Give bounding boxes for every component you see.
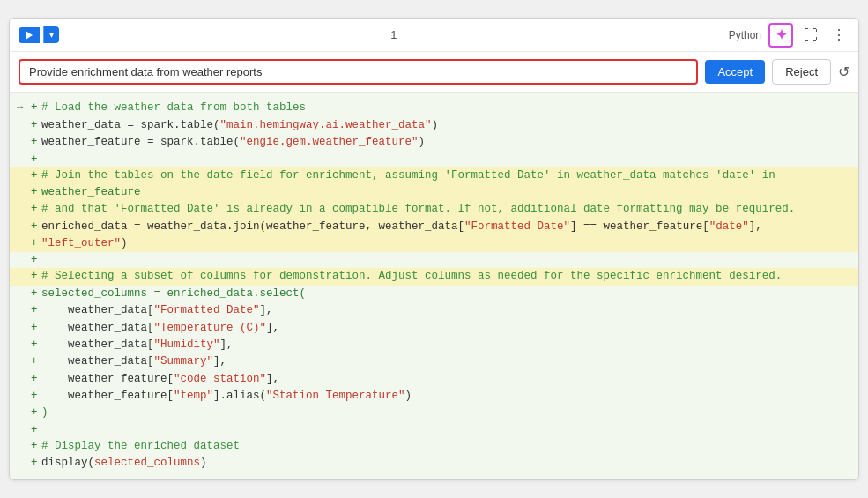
ai-assist-button[interactable]: ✦	[768, 23, 793, 48]
refresh-button[interactable]: ↺	[838, 63, 849, 80]
code-line: + weather_data["Humidity"],	[10, 337, 858, 353]
prompt-bar: Accept Reject ↺	[10, 52, 858, 93]
code-line: + weather_feature	[10, 184, 858, 201]
code-line: + # Selecting a subset of columns for de…	[10, 268, 858, 285]
expand-button[interactable]: ⛶	[800, 26, 821, 45]
more-icon: ⋮	[832, 26, 846, 43]
code-line: + weather_data["Formatted Date"],	[10, 302, 858, 319]
code-line-empty: +	[10, 152, 858, 167]
code-line: + weather_data["Temperature (C)"],	[10, 320, 858, 337]
code-line-empty: +	[10, 252, 858, 268]
dropdown-arrow-icon: ▾	[49, 30, 54, 40]
code-line: + selected_columns = enriched_data.selec…	[10, 286, 858, 302]
cell-number: 1	[390, 28, 397, 41]
code-line: + "left_outer")	[10, 235, 858, 252]
code-line: + )	[10, 405, 858, 421]
code-line-empty: +	[10, 422, 858, 438]
code-line: + weather_feature["code_station"],	[10, 371, 858, 388]
cell-toolbar: ▾ 1 Python ✦ ⛶ ⋮	[10, 19, 858, 52]
code-line: + # Display the enriched dataset	[10, 438, 858, 455]
code-line: + weather_feature = spark.table("engie.g…	[10, 134, 858, 151]
code-line: + weather_data["Summary"],	[10, 353, 858, 370]
run-dropdown-button[interactable]: ▾	[43, 26, 59, 43]
refresh-icon: ↺	[838, 63, 849, 80]
sparkle-icon: ✦	[775, 26, 787, 43]
code-line: + weather_feature["temp"].alias("Station…	[10, 388, 858, 405]
toolbar-right: Python ✦ ⛶ ⋮	[729, 23, 849, 48]
code-line: + enriched_data = weather_data.join(weat…	[10, 219, 858, 235]
language-label: Python	[729, 29, 761, 41]
run-icon	[26, 31, 33, 40]
accept-button[interactable]: Accept	[705, 60, 765, 84]
expand-icon: ⛶	[804, 27, 818, 43]
code-line: + weather_data = spark.table("main.hemin…	[10, 117, 858, 134]
code-line: + # Join the tables on the date field fo…	[10, 167, 858, 184]
notebook-cell: ▾ 1 Python ✦ ⛶ ⋮ Accept Reject ↺	[9, 18, 859, 479]
code-line: → + # Load the weather data from both ta…	[10, 100, 858, 116]
toolbar-left: ▾	[19, 26, 59, 43]
more-options-button[interactable]: ⋮	[828, 25, 849, 45]
prompt-input[interactable]	[19, 59, 698, 85]
code-area: → + # Load the weather data from both ta…	[10, 93, 858, 479]
code-line: + # and that 'Formatted Date' is already…	[10, 201, 858, 218]
arrow-indicator: →	[17, 100, 31, 116]
run-button[interactable]	[19, 27, 40, 43]
reject-button[interactable]: Reject	[772, 59, 831, 85]
code-line: + display(selected_columns)	[10, 455, 858, 472]
